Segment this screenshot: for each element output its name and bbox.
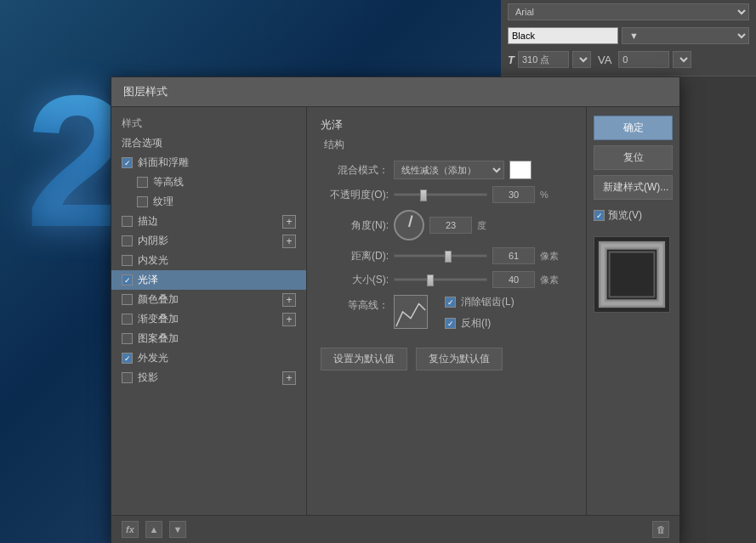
pattern-overlay-label: 图案叠加 xyxy=(138,331,179,346)
pattern-overlay-checkbox[interactable] xyxy=(122,333,133,344)
color-overlay-item[interactable]: 颜色叠加 + xyxy=(111,290,306,309)
anti-alias-checkbox[interactable] xyxy=(445,297,456,308)
angle-row: 角度(N): 度 xyxy=(321,210,572,240)
stroke-checkbox[interactable] xyxy=(122,216,133,227)
distance-slider-handle[interactable] xyxy=(445,251,452,263)
gradient-overlay-item[interactable]: 渐变叠加 + xyxy=(111,309,306,329)
blend-mode-label: 混合模式： xyxy=(321,163,389,178)
blend-options-label: 混合选项 xyxy=(122,136,162,150)
distance-slider-container xyxy=(394,250,487,262)
color-overlay-plus-btn[interactable]: + xyxy=(282,293,296,307)
satin-section-title: 光泽 xyxy=(321,117,572,133)
size-input[interactable] xyxy=(492,271,535,288)
invert-checkbox[interactable] xyxy=(445,318,456,329)
angle-label: 角度(N): xyxy=(321,218,389,233)
angle-dial[interactable] xyxy=(394,210,424,240)
angle-unit: 度 xyxy=(477,219,486,232)
gradient-overlay-label: 渐变叠加 xyxy=(138,312,179,326)
pattern-overlay-item[interactable]: 图案叠加 xyxy=(111,329,306,348)
invert-row: 反相(I) xyxy=(445,316,514,331)
kerning-unit-select[interactable]: ▼ xyxy=(673,51,691,68)
font-size-unit-select[interactable]: ▼ xyxy=(572,51,591,68)
drop-shadow-item[interactable]: 投影 + xyxy=(111,368,306,387)
gradient-overlay-plus-btn[interactable]: + xyxy=(282,313,296,326)
size-label: 大小(S): xyxy=(321,273,389,287)
contour-checkbox[interactable] xyxy=(137,177,148,188)
new-style-button[interactable]: 新建样式(W)... xyxy=(594,175,673,200)
toolbar-row-2: ▼ xyxy=(501,24,756,48)
size-unit: 像素 xyxy=(540,274,559,286)
distance-input[interactable] xyxy=(492,247,535,264)
outer-glow-checkbox[interactable] xyxy=(122,353,133,364)
fx-icon[interactable]: fx xyxy=(122,521,139,538)
satin-checkbox[interactable] xyxy=(122,274,133,286)
blend-color-swatch[interactable] xyxy=(509,161,531,179)
color-field[interactable] xyxy=(508,27,618,44)
stroke-label: 描边 xyxy=(138,214,158,229)
blend-mode-select[interactable]: 线性减淡（添加） xyxy=(394,161,504,179)
toolbar-row-3: T ▼ VA ▼ xyxy=(501,48,756,71)
svg-rect-0 xyxy=(395,296,427,328)
distance-label: 距离(D): xyxy=(321,249,389,263)
drop-shadow-checkbox[interactable] xyxy=(122,372,133,383)
move-down-icon[interactable]: ▼ xyxy=(169,521,186,538)
inner-shadow-item[interactable]: 内阴影 + xyxy=(111,231,306,251)
distance-slider-bar[interactable] xyxy=(394,254,487,257)
angle-input[interactable] xyxy=(429,217,472,234)
size-slider-bar[interactable] xyxy=(394,278,487,281)
preview-checkbox[interactable] xyxy=(594,210,605,221)
font-size-field[interactable] xyxy=(518,51,569,68)
stroke-item[interactable]: 描边 + xyxy=(111,212,306,231)
inner-shadow-plus-btn[interactable]: + xyxy=(282,235,296,248)
move-up-icon[interactable]: ▲ xyxy=(145,521,162,538)
reset-default-btn[interactable]: 复位为默认值 xyxy=(416,348,503,370)
ok-button[interactable]: 确定 xyxy=(594,116,673,140)
delete-icon[interactable]: 🗑 xyxy=(652,521,669,538)
distance-unit: 像素 xyxy=(540,250,559,263)
color-overlay-checkbox[interactable] xyxy=(122,294,133,305)
size-slider-container xyxy=(394,274,487,286)
right-buttons-panel: 确定 复位 新建样式(W)... 预览(V) xyxy=(586,107,679,515)
texture-checkbox[interactable] xyxy=(137,196,148,207)
texture-label: 纹理 xyxy=(153,195,173,209)
outer-glow-item[interactable]: 外发光 xyxy=(111,348,306,368)
opacity-slider-handle[interactable] xyxy=(420,189,427,201)
stroke-plus-btn[interactable]: + xyxy=(282,215,296,229)
texture-item[interactable]: 纹理 xyxy=(111,192,306,212)
drop-shadow-label: 投影 xyxy=(138,370,158,385)
anti-alias-label: 消除锯齿(L) xyxy=(461,295,514,309)
opacity-input[interactable] xyxy=(492,186,535,203)
gradient-overlay-checkbox[interactable] xyxy=(122,314,133,325)
font-select[interactable]: Arial xyxy=(508,3,749,20)
blend-options-item[interactable]: 混合选项 xyxy=(111,133,306,153)
opacity-label: 不透明度(O): xyxy=(321,188,389,202)
color-dropdown[interactable]: ▼ xyxy=(622,27,749,44)
dialog-body: 样式 混合选项 斜面和浮雕 等高线 纹理 描边 + xyxy=(111,107,679,515)
bevel-emboss-label: 斜面和浮雕 xyxy=(138,156,189,170)
styles-panel: 样式 混合选项 斜面和浮雕 等高线 纹理 描边 + xyxy=(111,107,307,515)
kerning-field[interactable] xyxy=(618,51,669,68)
bevel-emboss-item[interactable]: 斜面和浮雕 xyxy=(111,153,306,173)
opacity-slider-bar[interactable] xyxy=(394,193,487,196)
satin-item[interactable]: 光泽 xyxy=(111,270,306,290)
inner-glow-checkbox[interactable] xyxy=(122,255,133,266)
dialog-title: 图层样式 xyxy=(111,77,679,107)
set-default-btn[interactable]: 设置为默认值 xyxy=(321,348,407,370)
inner-glow-item[interactable]: 内发光 xyxy=(111,251,306,270)
inner-shadow-checkbox[interactable] xyxy=(122,235,133,246)
dialog-footer: fx ▲ ▼ 🗑 xyxy=(111,515,679,543)
contour-preview[interactable] xyxy=(394,295,428,329)
size-slider-handle[interactable] xyxy=(427,274,434,286)
contour-item[interactable]: 等高线 xyxy=(111,173,306,192)
distance-row: 距离(D): 像素 xyxy=(321,247,572,264)
contour-label: 等高线 xyxy=(153,175,184,189)
opacity-row: 不透明度(O): % xyxy=(321,186,572,203)
size-row: 大小(S): 像素 xyxy=(321,271,572,288)
blend-mode-row: 混合模式： 线性减淡（添加） xyxy=(321,161,572,179)
drop-shadow-plus-btn[interactable]: + xyxy=(282,371,296,385)
bevel-emboss-checkbox[interactable] xyxy=(122,157,133,168)
reset-button[interactable]: 复位 xyxy=(594,145,673,170)
invert-label: 反相(I) xyxy=(461,316,491,331)
styles-section-title: 样式 xyxy=(111,114,306,133)
structure-sub-title: 结构 xyxy=(324,138,572,152)
